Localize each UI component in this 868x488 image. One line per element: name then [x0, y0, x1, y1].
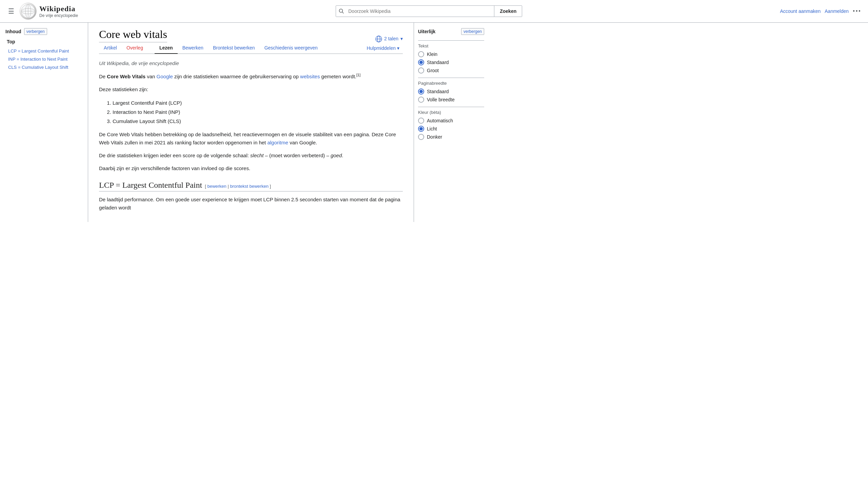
- width-standaard[interactable]: Standaard: [418, 88, 484, 95]
- edit-link[interactable]: bewerken: [207, 184, 226, 189]
- language-icon: [375, 35, 382, 42]
- algoritme-link[interactable]: algoritme: [267, 140, 288, 145]
- radio-dot: [419, 127, 423, 130]
- factors-paragraph: Daarbij zijn er zijn verschillende facto…: [99, 164, 403, 172]
- language-selector[interactable]: 2 talen ▾: [375, 35, 403, 42]
- tab-overleg[interactable]: Overleg: [122, 42, 148, 54]
- appearance-panel: Uiterlijk verbergen Tekst Klein Standaar…: [414, 23, 488, 222]
- lcp-paragraph: De laadtijd performance. Om een goede us…: [99, 196, 403, 212]
- section-lcp-title: LCP = Largest Contentful Paint [ bewerke…: [99, 181, 403, 191]
- search-button[interactable]: Zoeken: [494, 6, 522, 17]
- text-size-klein[interactable]: Klein: [418, 51, 484, 57]
- radio-dot: [419, 61, 423, 64]
- language-count: 2 talen: [384, 36, 398, 41]
- radio-auto-icon: [418, 118, 424, 124]
- tab-lezen[interactable]: Lezen: [155, 42, 178, 54]
- account-create-link[interactable]: Account aanmaken: [780, 8, 821, 14]
- ranking-paragraph: De Core Web Vitals hebben betrekking op …: [99, 130, 403, 147]
- search-area: Zoeken: [78, 5, 780, 17]
- article-body: Uit Wikipedia, de vrije encyclopedie De …: [99, 59, 403, 212]
- websites-link[interactable]: websites: [300, 74, 320, 79]
- color-automatisch[interactable]: Automatisch: [418, 118, 484, 124]
- radio-standaard-icon: [418, 59, 424, 65]
- color-donker-label: Donker: [427, 134, 442, 140]
- intro-paragraph: De Core Web Vitals van Google zijn drie …: [99, 72, 403, 81]
- appearance-hide-button[interactable]: verbergen: [461, 28, 484, 35]
- article-meta: Uit Wikipedia, de vrije encyclopedie: [99, 59, 403, 67]
- color-licht-label: Licht: [427, 126, 437, 131]
- radio-groot-icon: [418, 67, 424, 74]
- logo-text: Wikipedia De vrije encyclopedie: [39, 4, 78, 18]
- article-tabs: Artikel Overleg Lezen Bewerken Brontekst…: [99, 42, 403, 54]
- site-header: ☰ Wikipedia De vrije encyclopedie: [0, 0, 868, 23]
- toc-top-item[interactable]: Top: [7, 39, 82, 44]
- toc-title: Inhoud: [5, 29, 21, 34]
- stats-list: Largest Contentful Paint (LCP) Interacti…: [113, 98, 403, 126]
- divider: [418, 78, 484, 78]
- tab-artikel[interactable]: Artikel: [99, 42, 122, 54]
- tools-dropdown[interactable]: Hulpmiddelen ▾: [363, 43, 403, 54]
- site-tagline: De vrije encyclopedie: [39, 13, 78, 18]
- login-link[interactable]: Aanmelden: [825, 8, 849, 14]
- language-chevron-icon: ▾: [400, 36, 403, 41]
- header-left: ☰ Wikipedia De vrije encyclopedie: [7, 3, 78, 20]
- page-layout: Inhoud verbergen Top LCP = Largest Conte…: [0, 23, 868, 222]
- color-section-label: Kleur (bèta): [418, 110, 484, 115]
- hamburger-icon[interactable]: ☰: [7, 6, 16, 17]
- text-size-standaard[interactable]: Standaard: [418, 59, 484, 65]
- radio-dot: [419, 90, 423, 93]
- main-content: Core web vitals 2 talen ▾ Artikel Overle…: [88, 23, 414, 222]
- appearance-title: Uiterlijk: [418, 29, 435, 34]
- color-auto-label: Automatisch: [427, 118, 453, 123]
- toc-header: Inhoud verbergen: [5, 28, 82, 35]
- tools-chevron-icon: ▾: [397, 45, 399, 51]
- header-right: Account aanmaken Aanmelden •••: [780, 8, 861, 15]
- toc-item-cls[interactable]: CLS = Cumulative Layout Shift: [5, 63, 82, 72]
- stats-intro-paragraph: Deze statistieken zijn:: [99, 85, 403, 94]
- text-size-groot[interactable]: Groot: [418, 67, 484, 74]
- tab-bewerken[interactable]: Bewerken: [178, 42, 208, 54]
- section-edit-links: [ bewerken | brontekst bewerken ]: [205, 184, 271, 189]
- list-item: Largest Contentful Paint (LCP): [113, 98, 403, 107]
- google-link[interactable]: Google: [157, 74, 173, 79]
- divider: [418, 107, 484, 107]
- toc-item-lcp[interactable]: LCP = Largest Contentful Paint: [5, 47, 82, 55]
- color-options: Automatisch Licht Donker: [418, 118, 484, 140]
- brontekst-link[interactable]: brontekst bewerken: [230, 184, 268, 189]
- page-title: Core web vitals: [99, 28, 167, 42]
- radio-width-standaard-icon: [418, 88, 424, 95]
- radio-klein-icon: [418, 51, 424, 57]
- color-licht[interactable]: Licht: [418, 126, 484, 132]
- wikipedia-logo: [20, 3, 37, 20]
- tab-brontekst[interactable]: Brontekst bewerken: [208, 42, 260, 54]
- text-size-klein-label: Klein: [427, 52, 437, 57]
- width-volle[interactable]: Volle breedte: [418, 97, 484, 103]
- search-input[interactable]: [347, 6, 494, 17]
- color-donker[interactable]: Donker: [418, 134, 484, 140]
- radio-donker-icon: [418, 134, 424, 140]
- width-volle-label: Volle breedte: [427, 97, 455, 102]
- toc-hide-button[interactable]: verbergen: [24, 28, 47, 35]
- more-options-icon[interactable]: •••: [853, 8, 861, 15]
- search-icon: [336, 6, 347, 17]
- text-size-groot-label: Groot: [427, 68, 439, 73]
- text-size-standaard-label: Standaard: [427, 60, 449, 65]
- search-form: Zoeken: [336, 5, 522, 17]
- radio-licht-icon: [418, 126, 424, 132]
- text-section-label: Tekst: [418, 43, 484, 48]
- svg-line-7: [342, 12, 344, 14]
- appearance-panel-header: Uiterlijk verbergen: [418, 28, 484, 35]
- score-paragraph: De drie statistieken krijgen ieder een s…: [99, 151, 403, 160]
- list-item: Interaction to Next Paint (INP): [113, 107, 403, 117]
- title-row: Core web vitals 2 talen ▾: [99, 28, 403, 42]
- tab-geschiedenis[interactable]: Geschiedenis weergeven: [260, 42, 322, 54]
- toc-item-inp[interactable]: INP = Interaction to Next Paint: [5, 55, 82, 63]
- tools-label: Hulpmiddelen: [367, 45, 396, 51]
- width-standaard-label: Standaard: [427, 89, 449, 94]
- width-options: Standaard Volle breedte: [418, 88, 484, 103]
- divider: [418, 40, 484, 41]
- logo-area[interactable]: Wikipedia De vrije encyclopedie: [20, 3, 78, 20]
- site-name: Wikipedia: [39, 4, 78, 13]
- list-item: Cumulative Layout Shift (CLS): [113, 117, 403, 126]
- radio-volle-icon: [418, 97, 424, 103]
